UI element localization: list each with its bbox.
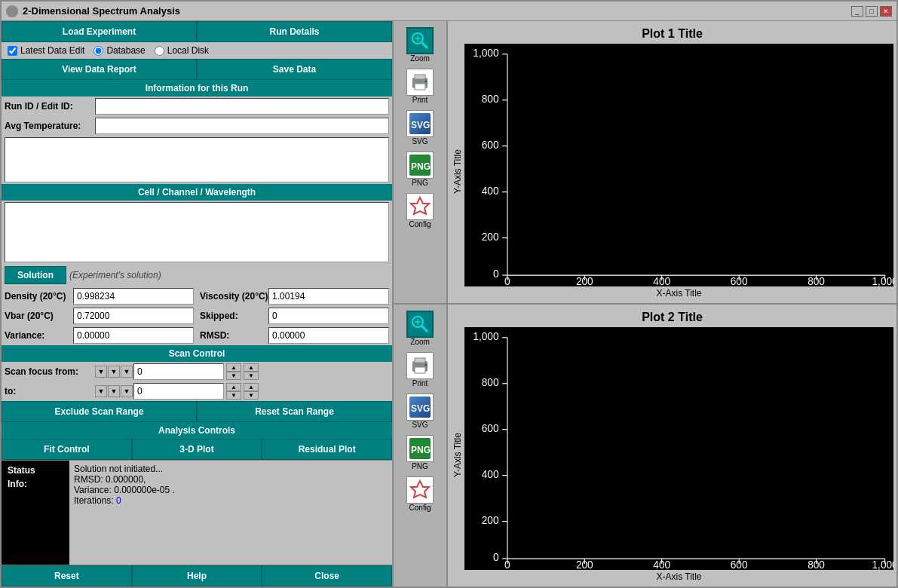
svg-text:200: 200 — [482, 515, 499, 526]
plot2-container: Plot 2 Title Y-Axis Title 1,000 800 — [448, 305, 896, 586]
viscosity-field: Viscosity (20°C) — [197, 286, 392, 306]
left-panel: Load Experiment Run Details Latest Data … — [2, 21, 394, 586]
config-top-button[interactable]: Config — [405, 191, 435, 230]
scan-to-down2[interactable]: ▼ — [108, 385, 120, 397]
scan-control-header: Scan Control — [2, 345, 392, 362]
save-data-button[interactable]: Save Data — [197, 59, 392, 80]
svg-bottom-label: SVG — [412, 421, 428, 429]
scan-from-down1[interactable]: ▼ — [95, 366, 107, 378]
scan-from-down-bigger[interactable]: ▼ — [244, 372, 259, 380]
scan-to-down1[interactable]: ▼ — [95, 385, 107, 397]
skipped-input[interactable] — [268, 308, 389, 324]
scan-from-up-bigger[interactable]: ▲ — [244, 363, 259, 372]
channel-list[interactable] — [5, 202, 389, 262]
bottom-tools: Zoom Print — [394, 305, 446, 586]
plot-3d-button[interactable]: 3-D Plot — [132, 439, 262, 460]
zoom-top-button[interactable]: Zoom — [405, 26, 435, 64]
solution-button[interactable]: Solution — [5, 266, 66, 284]
plot1-container: Plot 1 Title Y-Axis Title 1,000 800 — [448, 21, 896, 305]
avg-temp-input[interactable] — [95, 118, 389, 134]
status-line2: RMSD: 0.000000, — [74, 474, 388, 485]
latest-data-edit-checkbox[interactable] — [8, 46, 17, 56]
status-label-col: Status Info: — [2, 461, 69, 565]
viscosity-label: Viscosity (20°C) — [200, 291, 268, 302]
analysis-controls-header: Analysis Controls — [2, 422, 392, 439]
maximize-button[interactable]: □ — [866, 6, 878, 17]
scan-from-up-big[interactable]: ▲ — [226, 363, 241, 372]
svg-text:0: 0 — [493, 552, 499, 563]
close-window-button[interactable]: ✕ — [880, 6, 892, 17]
scan-to-down-big[interactable]: ▼ — [226, 391, 241, 400]
close-button[interactable]: Close — [262, 565, 392, 586]
zoom-bottom-button[interactable]: Zoom — [405, 309, 435, 348]
run-details-button[interactable]: Run Details — [197, 21, 392, 42]
fit-control-button[interactable]: Fit Control — [2, 439, 132, 460]
svg-text:1,000: 1,000 — [872, 559, 893, 570]
scan-to-up-big[interactable]: ▲ — [226, 383, 241, 391]
top-button-row: Load Experiment Run Details — [2, 21, 392, 42]
plot1-title: Plot 1 Title — [451, 24, 893, 44]
view-data-report-button[interactable]: View Data Report — [2, 59, 197, 80]
print-bottom-button[interactable]: Print — [405, 351, 435, 389]
print-bottom-label: Print — [412, 379, 428, 387]
scan-from-down2[interactable]: ▼ — [108, 366, 120, 378]
density-input[interactable] — [73, 288, 194, 305]
svg-top-button[interactable]: SVG SVG — [405, 109, 435, 147]
scan-to-up-bigger[interactable]: ▲ — [244, 383, 259, 391]
residual-plot-button[interactable]: Residual Plot — [262, 439, 392, 460]
run-id-input[interactable] — [95, 98, 389, 115]
svg-text:400: 400 — [482, 469, 499, 480]
parameters-grid: Density (20°C) Viscosity (20°C) Vbar (20… — [2, 286, 392, 345]
config-top-icon — [406, 193, 434, 220]
main-content: Load Experiment Run Details Latest Data … — [2, 21, 896, 586]
plot2-inner: 1,000 800 600 400 200 0 — [464, 327, 893, 583]
png-top-button[interactable]: PNG PNG — [405, 150, 435, 188]
experiment-solution-text: (Experiment's solution) — [69, 270, 161, 280]
svg-marker-25 — [411, 481, 429, 498]
scan-from-input[interactable] — [133, 363, 224, 380]
tool-panel: Zoom Print — [394, 21, 448, 586]
database-radio[interactable] — [93, 46, 103, 56]
config-bottom-button[interactable]: Config — [405, 475, 435, 513]
config-bottom-icon — [406, 476, 434, 504]
help-button[interactable]: Help — [132, 565, 262, 586]
local-disk-radio[interactable] — [155, 46, 164, 56]
svg-bottom-button[interactable]: SVG SVG — [405, 392, 435, 430]
status-section: Status Info: Solution not initiated... R… — [2, 460, 392, 565]
load-experiment-button[interactable]: Load Experiment — [2, 21, 197, 42]
scan-to-input[interactable] — [133, 383, 224, 400]
config-top-label: Config — [409, 220, 431, 228]
minimize-button[interactable]: _ — [851, 6, 863, 17]
png-bottom-label: PNG — [412, 462, 428, 470]
svg-rect-26 — [464, 44, 893, 286]
scan-to-down-bigger[interactable]: ▼ — [244, 391, 259, 400]
svg-text:800: 800 — [482, 93, 499, 105]
status-text-col: Solution not initiated... RMSD: 0.000000… — [69, 461, 392, 565]
exclude-scan-range-button[interactable]: Exclude Scan Range — [2, 401, 197, 422]
run-id-label: Run ID / Edit ID: — [5, 101, 95, 112]
reset-scan-range-button[interactable]: Reset Scan Range — [197, 401, 392, 422]
print-bottom-icon — [406, 352, 434, 379]
channel-section-header: Cell / Channel / Wavelength — [2, 184, 392, 201]
print-top-label: Print — [412, 96, 428, 104]
viscosity-input[interactable] — [268, 288, 389, 305]
scan-from-down3[interactable]: ▼ — [121, 366, 133, 378]
avg-temp-label: Avg Temperature: — [5, 121, 95, 131]
vbar-input[interactable] — [73, 308, 194, 324]
plot2-y-axis-label: Y-Axis Title — [451, 327, 464, 583]
variance-input[interactable] — [73, 327, 194, 344]
print-top-button[interactable]: Print — [405, 67, 435, 106]
zoom-bottom-icon — [406, 311, 434, 338]
scan-to-down3[interactable]: ▼ — [121, 385, 133, 397]
zoom-top-icon — [406, 27, 434, 54]
description-area[interactable] — [5, 137, 389, 182]
plot2-svg: 1,000 800 600 400 200 0 — [464, 327, 893, 570]
scan-from-down-big[interactable]: ▼ — [226, 372, 241, 380]
reset-button[interactable]: Reset — [2, 565, 132, 586]
vbar-field: Vbar (20°C) — [2, 306, 197, 326]
png-bottom-button[interactable]: PNG PNG — [405, 433, 435, 472]
svg-text:PNG: PNG — [411, 161, 431, 172]
svg-text:200: 200 — [482, 231, 499, 243]
plot1-x-axis-label: X-Axis Title — [464, 286, 893, 300]
rmsd-input[interactable] — [268, 327, 389, 344]
